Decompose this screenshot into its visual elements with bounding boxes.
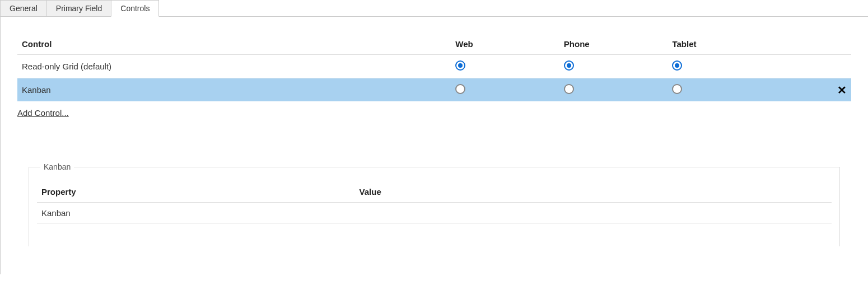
table-row[interactable]: Kanban ✕ (17, 78, 851, 102)
tab-controls[interactable]: Controls (111, 0, 159, 17)
add-control-link[interactable]: Add Control... (17, 108, 69, 118)
radio-phone[interactable] (564, 60, 574, 71)
header-phone: Phone (559, 34, 668, 55)
radio-web[interactable] (455, 84, 465, 94)
header-web: Web (451, 34, 559, 55)
header-tablet: Tablet (668, 34, 776, 55)
controls-table: Control Web Phone Tablet Read-only Grid … (17, 34, 851, 101)
property-name: Kanban (37, 203, 355, 224)
control-name: Kanban (17, 78, 451, 102)
radio-web[interactable] (455, 60, 465, 71)
tab-bar: General Primary Field Controls (0, 0, 868, 17)
property-value (355, 203, 832, 224)
table-row[interactable]: Read-only Grid (default) (17, 55, 851, 78)
tab-general[interactable]: General (0, 0, 47, 16)
properties-table: Property Value Kanban (37, 181, 832, 224)
radio-tablet[interactable] (672, 60, 682, 71)
fieldset-legend: Kanban (40, 162, 74, 171)
header-remove (776, 34, 851, 55)
header-value: Value (355, 181, 832, 203)
controls-panel: Control Web Phone Tablet Read-only Grid … (0, 17, 868, 274)
header-control: Control (17, 34, 451, 55)
control-name: Read-only Grid (default) (17, 55, 451, 78)
radio-phone[interactable] (564, 84, 574, 94)
control-detail-fieldset: Kanban Property Value Kanban (29, 162, 840, 246)
radio-tablet[interactable] (672, 84, 682, 94)
tab-primary-field[interactable]: Primary Field (46, 0, 111, 16)
close-icon[interactable]: ✕ (837, 84, 847, 96)
table-row[interactable]: Kanban (37, 203, 832, 224)
header-property: Property (37, 181, 355, 203)
